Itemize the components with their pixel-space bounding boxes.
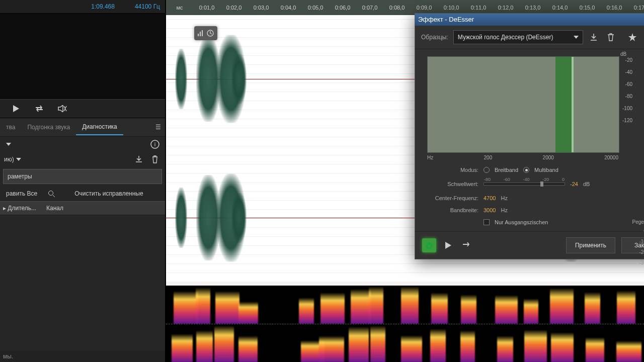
play-button[interactable] <box>10 103 22 115</box>
freq-band <box>555 57 572 152</box>
preset-row: Образцы: Мужской голос Деэссер (DeEsser)… <box>415 26 644 49</box>
diag-type-dropdown[interactable] <box>4 143 11 146</box>
svg-marker-4 <box>16 158 21 161</box>
tab-diagnostics[interactable]: Диагностика <box>76 119 123 135</box>
preview-play-button[interactable] <box>442 239 454 251</box>
svg-line-6 <box>53 195 55 197</box>
panel-menu-icon[interactable]: ☰ <box>155 124 161 131</box>
tl-tick: 0:15,0 <box>574 5 601 11</box>
centerfreq-value[interactable]: 4700 <box>484 195 496 201</box>
radio-broadband[interactable] <box>484 167 490 173</box>
centerfreq-label: Center-Frequenz: <box>424 195 478 201</box>
svg-rect-7 <box>198 34 199 36</box>
bandwidth-label: Bandbreite: <box>424 207 478 213</box>
svg-point-5 <box>49 191 53 196</box>
dialog-titlebar[interactable]: Эффект - DeEsser ✕ <box>415 14 644 26</box>
loop-button[interactable] <box>33 103 45 115</box>
db-axis-label: dB <box>620 51 626 57</box>
dialog-title: Эффект - DeEsser <box>418 16 474 23</box>
tl-tick: 0:07,0 <box>356 5 383 11</box>
deesser-controls: Pegelabsenkung 0 --10 --20 --30 - 0,0 dB… <box>415 163 644 231</box>
top-info: 1:09.468 44100 Гц <box>0 0 165 14</box>
gain-reduction-label: Pegelabsenkung <box>632 219 644 225</box>
sample-rate: 44100 Гц <box>135 3 160 10</box>
tl-tick: мс <box>166 5 193 11</box>
preset-dropdown[interactable]: Мужской голос Деэссер (DeEsser) <box>453 30 583 44</box>
tl-tick: 0:13,0 <box>519 5 546 11</box>
diag-preset-dropdown[interactable]: ию) <box>4 156 21 163</box>
fix-all-button[interactable]: равить Все <box>3 188 40 199</box>
chevron-down-icon <box>574 36 579 39</box>
threshold-label: Schwellwert: <box>424 181 478 187</box>
info-icon[interactable]: i <box>149 138 161 150</box>
left-panel: 1:09.468 44100 Гц тва Подгонка звука Диа… <box>0 0 166 362</box>
col-duration[interactable]: ▸ Длитель... <box>3 205 36 212</box>
preview-loop-button[interactable] <box>460 239 472 251</box>
action-row: равить Все Очистить исправленные <box>0 186 165 201</box>
tl-tick: 0:04,0 <box>275 5 302 11</box>
clock-icon <box>206 29 214 37</box>
tl-tick: 0:10,0 <box>438 5 465 11</box>
svg-text:i: i <box>154 141 155 147</box>
chart-area: dB -20-40-60-80-100-120 Hz200200020000 <box>415 49 644 163</box>
clear-fixed-button[interactable]: Очистить исправленные <box>71 188 146 199</box>
tl-tick: 0:03,0 <box>248 5 275 11</box>
tl-tick: 0:17,0 <box>628 5 644 11</box>
params-header[interactable]: раметры <box>3 169 162 184</box>
svg-marker-0 <box>13 105 19 112</box>
freq-band-edge <box>572 57 574 152</box>
preset-label: Образцы: <box>421 34 448 41</box>
dialog-buttons: Применить Закрыть <box>415 231 644 259</box>
tl-tick: 0:14,0 <box>546 5 574 11</box>
tab-properties[interactable]: тва <box>0 120 21 135</box>
import-preset-icon[interactable] <box>588 31 600 43</box>
tl-tick: 0:02,0 <box>220 5 248 11</box>
results-header: ▸ Длитель... Канал <box>0 201 165 215</box>
spectro-left <box>166 286 644 324</box>
bandwidth-value[interactable]: 3000 <box>484 207 496 213</box>
svg-marker-1 <box>6 143 11 146</box>
only-sibilance-checkbox[interactable] <box>484 219 490 225</box>
diag-select-row-2: ию) <box>0 152 165 167</box>
star-icon[interactable] <box>626 31 638 43</box>
spectrogram-area[interactable] <box>166 286 644 362</box>
status-bar: мы. <box>0 351 165 362</box>
svg-rect-8 <box>200 32 201 36</box>
tl-tick: 0:09,0 <box>411 5 438 11</box>
track-chip[interactable] <box>194 26 217 40</box>
apply-button[interactable]: Применить <box>566 237 615 253</box>
freq-chart[interactable] <box>427 56 619 153</box>
spectro-right <box>166 324 644 362</box>
col-channel[interactable]: Канал <box>46 205 63 212</box>
radio-multiband[interactable] <box>523 167 529 173</box>
tl-tick: 0:01,0 <box>193 5 220 11</box>
tl-tick: 0:16,0 <box>601 5 628 11</box>
download-preset-icon[interactable] <box>133 153 145 165</box>
y-ticks: -20-40-60-80-100-120 <box>620 57 632 124</box>
threshold-value[interactable]: -24 <box>570 181 578 187</box>
mute-button[interactable] <box>56 103 68 115</box>
svg-marker-12 <box>628 33 636 41</box>
levels-icon <box>197 30 204 37</box>
tl-tick: 0:12,0 <box>492 5 519 11</box>
transport-row <box>0 99 165 118</box>
svg-rect-9 <box>202 30 203 36</box>
trash-icon[interactable] <box>605 31 616 43</box>
x-ticks: Hz200200020000 <box>427 155 618 160</box>
delete-preset-icon[interactable] <box>149 153 161 165</box>
power-button[interactable] <box>422 238 436 252</box>
threshold-slider[interactable]: -80-60-40-200 <box>484 183 565 186</box>
mode-label: Modus: <box>424 167 478 173</box>
diag-select-row-1: i <box>0 137 165 152</box>
tab-match[interactable]: Подгонка звука <box>21 120 76 135</box>
svg-marker-17 <box>445 242 451 249</box>
deesser-dialog: Эффект - DeEsser ✕ Образцы: Мужской голо… <box>415 13 644 259</box>
tl-tick: 0:06,0 <box>329 5 356 11</box>
tl-tick: 0:11,0 <box>465 5 492 11</box>
search-icon[interactable] <box>45 188 57 200</box>
tl-tick: 0:05,0 <box>302 5 329 11</box>
svg-marker-11 <box>574 36 579 39</box>
levels-area <box>0 14 165 99</box>
playhead-time: 1:09.468 <box>91 3 115 10</box>
side-tabs: тва Подгонка звука Диагностика ☰ <box>0 118 165 137</box>
